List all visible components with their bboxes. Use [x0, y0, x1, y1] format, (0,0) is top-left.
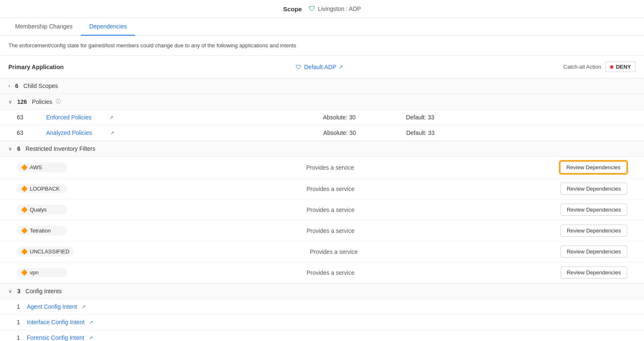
- analyzed-count: 63: [17, 129, 29, 136]
- page-description: The enforcement/config state for gained/…: [0, 36, 644, 56]
- policies-section: ∨ 126 Policies ⓘ 63 Enforced Policies ↗ …: [0, 94, 644, 141]
- unclassified-tag: 🔶 UNCLASSIFIED: [17, 247, 74, 256]
- inventory-item-vpn: 🔶 vpn Provides a service Review Dependen…: [0, 262, 644, 283]
- policies-count: 126: [17, 98, 27, 105]
- vpn-provides: Provides a service: [101, 269, 561, 276]
- interface-intent-count: 1: [17, 319, 23, 326]
- interface-config-intent-link[interactable]: Interface Config Intent: [27, 319, 85, 326]
- qualys-review-dependencies-button[interactable]: Review Dependencies: [561, 204, 627, 216]
- enforced-default: Default: 33: [406, 114, 434, 121]
- loopback-tag: 🔶 LOOPBACK: [17, 184, 67, 194]
- analyzed-ext-icon: ↗: [110, 130, 114, 136]
- primary-app-label: Primary Application: [8, 64, 75, 70]
- tab-bar: Membership Changes Dependencies: [0, 18, 644, 36]
- interface-config-ext-icon: ↗: [89, 320, 93, 325]
- page-header: Scope 🛡 Livingston : ADP: [0, 0, 644, 18]
- aws-review-dependencies-button[interactable]: Review Dependencies: [560, 161, 627, 174]
- vpn-tag: 🔶 vpn: [17, 268, 67, 277]
- inventory-item-loopback: 🔶 LOOPBACK Provides a service Review Dep…: [0, 178, 644, 199]
- enforced-stats: Absolute: 30 Default: 33: [130, 114, 627, 121]
- catch-all-label: Catch-all Action: [564, 64, 601, 70]
- forensic-config-intent-row: 1 Forensic Config Intent ↗: [0, 330, 644, 341]
- analyzed-default: Default: 33: [406, 129, 435, 136]
- analyzed-policies-row: 63 Analyzed Policies ↗ Absolute: 30 Defa…: [0, 125, 644, 141]
- restricted-inventory-count: 6: [17, 145, 21, 152]
- inventory-item-aws: 🔶 AWS Provides a service Review Dependen…: [0, 157, 644, 178]
- forensic-config-intent-link[interactable]: Forensic Config Intent: [27, 334, 84, 341]
- child-scopes-header[interactable]: › 6 Child Scopes: [0, 78, 644, 94]
- interface-config-intent-row: 1 Interface Config Intent ↗: [0, 315, 644, 330]
- qualys-provides: Provides a service: [101, 207, 561, 213]
- header-path: 🛡 Livingston : ADP: [309, 5, 361, 13]
- aws-tag-icon: 🔶: [21, 164, 28, 170]
- child-scopes-count: 6: [15, 83, 18, 89]
- enforced-count: 63: [17, 114, 29, 121]
- config-intents-count: 3: [17, 288, 21, 294]
- default-adp-link[interactable]: Default:ADP: [304, 64, 336, 70]
- deny-dot: [610, 65, 613, 69]
- restricted-inventory-header[interactable]: ∨ 6 Restricted Inventory Filters: [0, 141, 644, 157]
- restricted-inventory-chevron: ∨: [8, 146, 12, 152]
- child-scopes-label: Child Scopes: [23, 83, 58, 89]
- config-intents-chevron: ∨: [8, 288, 12, 294]
- header-path-text: Livingston : ADP: [318, 5, 361, 12]
- agent-config-intent-row: 1 Agent Config Intent ↗: [0, 299, 644, 315]
- deny-label: DENY: [616, 64, 631, 70]
- enforced-policies-link[interactable]: Enforced Policies: [46, 114, 91, 121]
- loopback-tag-label: LOOPBACK: [30, 186, 60, 192]
- unclassified-review-dependencies-button[interactable]: Review Dependencies: [561, 245, 627, 258]
- loopback-review-dependencies-button[interactable]: Review Dependencies: [561, 183, 627, 195]
- unclassified-tag-label: UNCLASSIFIED: [30, 248, 70, 255]
- vpn-review-dependencies-button[interactable]: Review Dependencies: [561, 266, 627, 279]
- primary-application-row: Primary Application 🛡 Default:ADP ↗ Catc…: [0, 56, 644, 78]
- inventory-item-unclassified: 🔶 UNCLASSIFIED Provides a service Review…: [0, 241, 644, 262]
- restricted-inventory-section: ∨ 6 Restricted Inventory Filters 🔶 AWS P…: [0, 141, 644, 284]
- agent-intent-count: 1: [17, 303, 23, 310]
- policies-header[interactable]: ∨ 126 Policies ⓘ: [0, 94, 644, 110]
- forensic-intent-count: 1: [17, 334, 23, 341]
- inventory-item-qualys: 🔶 Qualys Provides a service Review Depen…: [0, 199, 644, 220]
- aws-tag: 🔶 AWS: [17, 163, 67, 172]
- enforced-ext-icon: ↗: [109, 115, 113, 120]
- agent-config-ext-icon: ↗: [82, 304, 86, 310]
- qualys-tag: 🔶 Qualys: [17, 205, 67, 214]
- tetration-review-dependencies-button[interactable]: Review Dependencies: [561, 225, 627, 237]
- tetration-provides: Provides a service: [101, 227, 561, 234]
- analyzed-policies-link[interactable]: Analyzed Policies: [46, 129, 92, 136]
- loopback-tag-icon: 🔶: [21, 186, 28, 192]
- tetration-tag-label: Tetration: [30, 227, 51, 234]
- forensic-config-ext-icon: ↗: [89, 335, 93, 341]
- scope-label: Scope: [283, 5, 302, 13]
- analyzed-stats: Absolute: 30 Default: 33: [131, 129, 627, 136]
- policies-label: Policies: [32, 98, 52, 105]
- loopback-provides: Provides a service: [101, 186, 561, 192]
- primary-shield-icon: 🛡: [296, 64, 301, 70]
- tetration-tag-icon: 🔶: [21, 227, 28, 234]
- aws-tag-label: AWS: [30, 164, 42, 170]
- catch-all-action: Catch-all Action DENY: [564, 62, 636, 72]
- aws-provides: Provides a service: [101, 164, 560, 171]
- qualys-tag-icon: 🔶: [21, 207, 28, 213]
- primary-app-default[interactable]: 🛡 Default:ADP ↗: [92, 64, 547, 70]
- child-scopes-chevron: ›: [8, 83, 10, 89]
- enforced-policies-row: 63 Enforced Policies ↗ Absolute: 30 Defa…: [0, 110, 644, 125]
- enforced-absolute: Absolute: 30: [323, 114, 356, 121]
- vpn-tag-label: vpn: [30, 269, 39, 276]
- inventory-item-tetration: 🔶 Tetration Provides a service Review De…: [0, 220, 644, 241]
- tab-dependencies[interactable]: Dependencies: [81, 18, 135, 36]
- deny-badge: DENY: [605, 62, 636, 72]
- config-intents-section: ∨ 3 Config Intents 1 Agent Config Intent…: [0, 284, 644, 341]
- analyzed-absolute: Absolute: 30: [323, 129, 356, 136]
- policies-info-icon[interactable]: ⓘ: [56, 98, 61, 105]
- config-intents-label: Config Intents: [26, 288, 62, 294]
- config-intents-header[interactable]: ∨ 3 Config Intents: [0, 284, 644, 299]
- restricted-inventory-label: Restricted Inventory Filters: [26, 145, 96, 152]
- tetration-tag: 🔶 Tetration: [17, 226, 67, 235]
- shield-icon: 🛡: [309, 5, 315, 13]
- tab-membership[interactable]: Membership Changes: [7, 18, 81, 36]
- vpn-tag-icon: 🔶: [21, 269, 28, 276]
- unclassified-tag-icon: 🔶: [21, 248, 28, 255]
- agent-config-intent-link[interactable]: Agent Config Intent: [27, 303, 77, 310]
- unclassified-provides: Provides a service: [107, 248, 561, 255]
- policies-chevron: ∨: [8, 99, 12, 105]
